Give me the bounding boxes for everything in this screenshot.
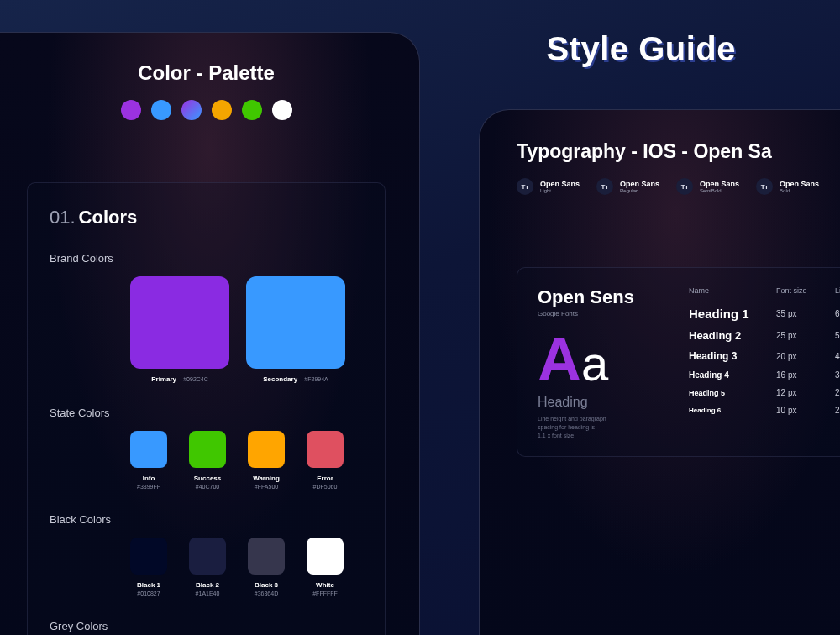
swatch-info-name: Info bbox=[143, 475, 155, 482]
font-weight-pills: Tт Open Sans Light Tт Open Sans Regular … bbox=[517, 178, 840, 195]
swatch-secondary-box bbox=[246, 276, 345, 369]
pill-semibold: Tт Open Sans SemiBold bbox=[676, 178, 739, 195]
pill-light-name: Open Sans bbox=[540, 180, 580, 188]
swatch-secondary-hex: #F2994A bbox=[304, 376, 328, 382]
grey-colors-label: Grey Colors bbox=[50, 620, 363, 632]
pill-semibold-weight: SemiBold bbox=[700, 188, 739, 193]
heading-note-l1: Line height and paragraph bbox=[538, 416, 606, 422]
table-row: Heading 1 35 px 61. bbox=[689, 307, 840, 321]
swatch-primary: Primary #092C4C bbox=[130, 276, 229, 383]
black-row: Black 1 #010827 Black 2 #1A1E40 Black 3 … bbox=[130, 538, 363, 596]
specimen-big-a: A bbox=[538, 326, 581, 393]
pill-regular: Tт Open Sans Regular bbox=[596, 178, 659, 195]
dot-blue-icon bbox=[151, 100, 171, 120]
pill-bold: Tт Open Sans Bold bbox=[756, 178, 819, 195]
col-font-size: Font size bbox=[776, 286, 835, 295]
swatch-info-box bbox=[130, 431, 167, 468]
table-row: Heading 5 12 px 26. bbox=[689, 388, 840, 397]
dot-white-icon bbox=[272, 100, 292, 120]
swatch-white-hex: #FFFFFF bbox=[312, 590, 338, 596]
swatch-error-box bbox=[307, 431, 344, 468]
row-line: 52. bbox=[835, 331, 840, 340]
section-number: 01. bbox=[50, 207, 76, 228]
swatch-error: Error #DF5060 bbox=[307, 431, 344, 490]
table-row: Heading 3 20 px 44 bbox=[689, 350, 840, 362]
swatch-warning-box bbox=[248, 431, 285, 468]
typo-specimen: Open Sens Google Fonts Aa Heading Line h… bbox=[538, 286, 664, 439]
swatch-black3-box bbox=[248, 538, 285, 575]
swatch-black3-hex: #36364D bbox=[255, 590, 278, 596]
row-size: 25 px bbox=[776, 331, 835, 340]
row-name: Heading 3 bbox=[689, 350, 776, 362]
font-name: Open Sens bbox=[538, 286, 664, 308]
row-size: 35 px bbox=[776, 309, 835, 318]
row-size: 20 px bbox=[776, 352, 835, 361]
heading-label: Heading bbox=[538, 395, 664, 410]
row-size: 16 px bbox=[776, 370, 835, 380]
col-line: Lin bbox=[835, 286, 840, 295]
row-line: 61. bbox=[835, 309, 840, 318]
font-source: Google Fonts bbox=[538, 310, 664, 318]
swatch-black1-name: Black 1 bbox=[137, 581, 160, 589]
swatch-success: Success #40C700 bbox=[189, 431, 226, 490]
brand-colors-label: Brand Colors bbox=[50, 252, 363, 265]
row-name: Heading 2 bbox=[689, 329, 776, 342]
heading-note: Line height and paragraph spacing for he… bbox=[538, 415, 638, 439]
section-title: 01.Colors bbox=[50, 207, 363, 228]
swatch-warning-hex: #FFA500 bbox=[255, 484, 278, 490]
tt-icon: Tт bbox=[517, 178, 533, 195]
swatch-black1-box bbox=[130, 538, 167, 575]
row-name: Heading 6 bbox=[689, 407, 776, 414]
swatch-white-box bbox=[307, 538, 344, 575]
swatch-secondary-name: Secondary bbox=[263, 375, 297, 383]
specimen-small-a: a bbox=[581, 336, 608, 391]
row-size: 10 px bbox=[776, 406, 835, 415]
swatch-info: Info #3899FF bbox=[130, 431, 167, 490]
row-size: 12 px bbox=[776, 388, 835, 397]
swatch-secondary: Secondary #F2994A bbox=[246, 276, 345, 383]
typography-title: Typography - IOS - Open Sa bbox=[517, 140, 840, 163]
row-line: 35. bbox=[835, 370, 840, 380]
section-title-text: Colors bbox=[79, 207, 138, 228]
color-palette-panel: Color - Palette 01.Colors Brand Colors P… bbox=[0, 32, 420, 635]
dot-gradient-icon bbox=[181, 100, 202, 120]
swatch-black2-name: Black 2 bbox=[196, 581, 219, 589]
page-title: Style Guide bbox=[546, 30, 736, 68]
table-row: Heading 2 25 px 52. bbox=[689, 329, 840, 342]
swatch-error-name: Error bbox=[317, 475, 333, 482]
swatch-primary-caption: Primary #092C4C bbox=[151, 375, 208, 383]
typography-panel: Typography - IOS - Open Sa Tт Open Sans … bbox=[479, 109, 840, 635]
swatch-black2: Black 2 #1A1E40 bbox=[189, 538, 226, 596]
swatch-warning: Warning #FFA500 bbox=[248, 431, 285, 490]
pill-bold-name: Open Sans bbox=[780, 180, 819, 188]
brand-row: Primary #092C4C Secondary #F2994A bbox=[130, 276, 363, 383]
tt-icon: Tт bbox=[676, 178, 693, 195]
pill-light: Tт Open Sans Light bbox=[517, 178, 580, 195]
swatch-secondary-caption: Secondary #F2994A bbox=[263, 375, 328, 383]
tt-icon: Tт bbox=[596, 178, 613, 195]
swatch-primary-hex: #092C4C bbox=[183, 376, 208, 382]
row-line: 26. bbox=[835, 388, 840, 397]
swatch-white: White #FFFFFF bbox=[307, 538, 344, 596]
tt-icon: Tт bbox=[756, 178, 773, 195]
pill-regular-name: Open Sans bbox=[620, 180, 659, 188]
swatch-info-hex: #3899FF bbox=[137, 484, 160, 490]
row-name: Heading 4 bbox=[689, 370, 776, 380]
dot-purple-icon bbox=[121, 100, 141, 120]
col-name: Name bbox=[689, 286, 776, 295]
pill-light-weight: Light bbox=[540, 188, 580, 193]
state-row: Info #3899FF Success #40C700 Warning #FF… bbox=[130, 431, 363, 490]
colors-card: 01.Colors Brand Colors Primary #092C4C S… bbox=[27, 182, 386, 635]
swatch-black1-hex: #010827 bbox=[137, 590, 160, 596]
swatch-black3: Black 3 #36364D bbox=[248, 538, 285, 596]
swatch-warning-name: Warning bbox=[253, 475, 280, 482]
heading-note-l2: spacing for heading is bbox=[538, 424, 595, 430]
swatch-white-name: White bbox=[316, 581, 334, 589]
dot-green-icon bbox=[242, 100, 262, 120]
pill-semibold-name: Open Sans bbox=[700, 180, 739, 188]
heading-note-l3: 1.1 x font size bbox=[538, 433, 574, 438]
state-colors-label: State Colors bbox=[50, 407, 363, 419]
swatch-black3-name: Black 3 bbox=[255, 581, 278, 589]
swatch-primary-box bbox=[130, 276, 229, 369]
swatch-error-hex: #DF5060 bbox=[313, 484, 338, 490]
